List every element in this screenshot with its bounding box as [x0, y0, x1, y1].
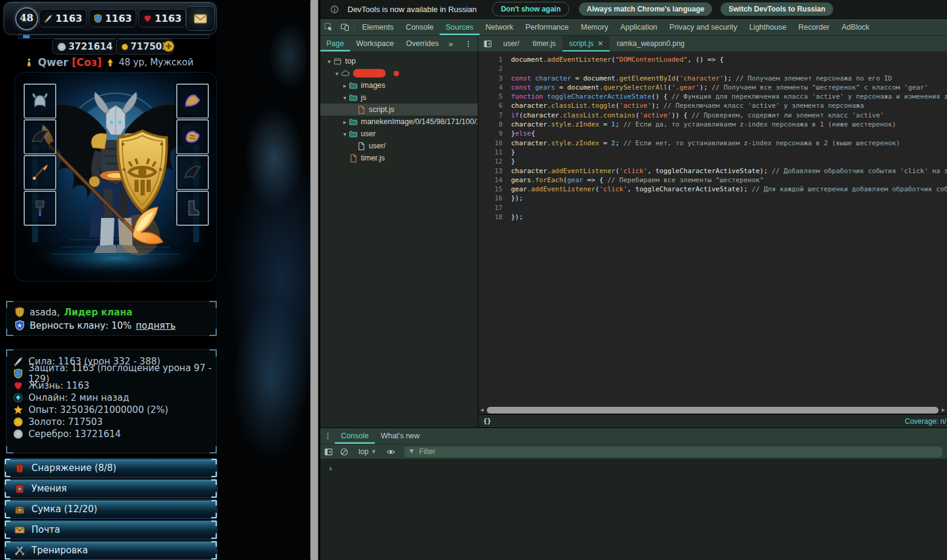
mail-button[interactable] [186, 6, 215, 31]
character-portrait[interactable] [15, 72, 217, 282]
close-tab-icon[interactable]: ✕ [597, 39, 603, 48]
line-number[interactable]: 3 [478, 74, 503, 83]
line-number-gutter[interactable]: 123456789101112131415161718 [478, 55, 503, 222]
file-tab-script-js[interactable]: script.js✕ [563, 36, 610, 51]
tree-item-images[interactable]: ▸images [320, 79, 478, 91]
plus-gold-icon[interactable] [162, 40, 175, 53]
clan-tag[interactable]: [Соз] [72, 56, 102, 68]
line-number[interactable]: 7 [478, 111, 503, 120]
tab-adblock[interactable]: AdBlock [836, 19, 876, 35]
menu-button-[interactable]: Умения [5, 479, 217, 498]
tree-item-top[interactable]: ▾top [320, 55, 478, 67]
live-expression-eye-button[interactable] [383, 444, 399, 459]
line-number[interactable]: 11 [478, 148, 503, 157]
menu-button-8-8[interactable]: Снаряжение (8/8) [5, 459, 217, 477]
scroll-left-arrow[interactable]: ◄ [478, 407, 486, 413]
tree-item-js[interactable]: ▾js [320, 91, 478, 104]
tree-item-script-js[interactable]: script.js [320, 104, 478, 116]
tab-sources[interactable]: Sources [440, 19, 480, 35]
line-number[interactable]: 4 [478, 83, 503, 92]
line-number[interactable]: 17 [478, 203, 503, 212]
tree-item-manekenimage-0-145-98-171-100-1[interactable]: ▸manekenImage/0/145/98/171/100/1... [320, 116, 478, 128]
page-scrollbar-thumb[interactable] [311, 0, 318, 560]
tab-recorder[interactable]: Recorder [793, 19, 836, 35]
line-number[interactable]: 18 [478, 212, 503, 222]
page-scrollbar[interactable] [310, 0, 318, 560]
tree-item-user[interactable]: ▾user [320, 128, 478, 140]
tab-memory[interactable]: Memory [575, 19, 614, 35]
tree-item-redacted-domain[interactable]: ▾ [320, 67, 478, 79]
dont-show-again-button[interactable]: Don't show again [492, 2, 569, 16]
more-panels-chevron[interactable]: » [445, 36, 457, 51]
line-number[interactable]: 2 [478, 64, 503, 73]
equipment-slot-pants[interactable] [24, 191, 56, 226]
scroll-right-arrow[interactable]: ► [940, 407, 947, 413]
line-number[interactable]: 14 [478, 176, 503, 185]
line-number[interactable]: 6 [478, 101, 503, 110]
console-filter-input[interactable] [418, 447, 939, 456]
sources-menu-kebab[interactable] [459, 36, 478, 51]
drawer-tab-what-s-new[interactable]: What's new [375, 428, 426, 444]
console-filter-box[interactable] [404, 447, 942, 457]
line-number[interactable]: 12 [478, 157, 503, 166]
file-tab-ramka-weapon0-png[interactable]: ramka_weapon0.png [610, 36, 691, 51]
tab-lighthouse[interactable]: Lighthouse [743, 19, 792, 35]
tree-item-user[interactable]: user/ [320, 140, 478, 152]
arrow-up-icon[interactable] [105, 58, 115, 67]
equipment-slot-gauntlet[interactable] [176, 119, 209, 154]
drawer-tab-console[interactable]: Console [335, 428, 375, 444]
switch-to-russian-button[interactable]: Switch DevTools to Russian [721, 2, 833, 16]
tab-application[interactable]: Application [614, 19, 663, 35]
menu-button-[interactable]: Почта [5, 521, 217, 539]
subtab-overrides[interactable]: Overrides [400, 36, 445, 51]
tree-expand-arrow[interactable]: ▾ [333, 70, 341, 77]
line-number[interactable]: 15 [478, 185, 503, 194]
tab-network[interactable]: Network [480, 19, 520, 35]
tab-performance[interactable]: Performance [520, 19, 575, 35]
console-sidebar-toggle[interactable] [320, 444, 336, 459]
clan-leader-role[interactable]: Лидер клана [64, 307, 133, 318]
subtab-page[interactable]: Page [320, 36, 350, 51]
line-number[interactable]: 10 [478, 139, 503, 148]
pretty-print-button[interactable]: {} [483, 417, 491, 425]
menu-button-[interactable]: Тренировка [5, 541, 217, 559]
execution-context-select[interactable]: top▼ [355, 447, 380, 456]
editor-horizontal-scrollbar[interactable]: ◄ ► [478, 405, 947, 415]
tree-expand-arrow[interactable]: ▾ [325, 58, 333, 65]
line-number[interactable]: 16 [478, 194, 503, 203]
equipment-slot-wing[interactable] [176, 155, 209, 190]
equipment-slot-boots[interactable] [176, 191, 209, 226]
console-messages-area[interactable]: › [320, 460, 947, 560]
equipment-slot-wing[interactable] [24, 119, 56, 154]
clear-console-button[interactable] [336, 444, 352, 459]
equipment-slot-helmet[interactable] [24, 84, 56, 119]
equipment-slot-pauldron[interactable] [176, 84, 209, 119]
tree-expand-arrow[interactable]: ▸ [341, 119, 349, 125]
file-tab-timer-js[interactable]: timer.js [526, 36, 563, 51]
file-tab-user[interactable]: user/ [497, 36, 526, 51]
tab-elements[interactable]: Elements [356, 19, 400, 35]
tree-item-timer-js[interactable]: timer.js [320, 152, 478, 164]
drawer-menu-kebab[interactable] [320, 428, 335, 444]
line-number[interactable]: 8 [478, 120, 503, 129]
code-editor[interactable]: 123456789101112131415161718 document.add… [478, 52, 947, 427]
line-number[interactable]: 5 [478, 92, 503, 101]
tree-expand-arrow[interactable]: ▾ [341, 94, 349, 101]
tab-console[interactable]: Console [400, 19, 440, 35]
shield-blue-icon [93, 13, 102, 24]
tree-expand-arrow[interactable]: ▾ [341, 131, 349, 137]
inspect-element-button[interactable] [320, 19, 337, 35]
line-number[interactable]: 13 [478, 166, 503, 176]
match-chrome-language-button[interactable]: Always match Chrome's language [579, 2, 712, 16]
editor-scrollbar-thumb[interactable] [487, 407, 939, 413]
toggle-navigator-button[interactable] [478, 36, 497, 51]
tab-privacy-and-security[interactable]: Privacy and security [664, 19, 744, 35]
line-number[interactable]: 1 [478, 55, 503, 64]
tree-expand-arrow[interactable]: ▸ [341, 82, 349, 89]
clan-loyalty-raise-link[interactable]: поднять [136, 320, 176, 331]
menu-button-12-20[interactable]: Сумка (12/20) [5, 500, 217, 518]
device-toolbar-button[interactable] [337, 19, 353, 35]
line-number[interactable]: 9 [478, 129, 503, 138]
equipment-slot-spear-fragment[interactable] [24, 155, 56, 190]
subtab-workspace[interactable]: Workspace [350, 36, 400, 51]
